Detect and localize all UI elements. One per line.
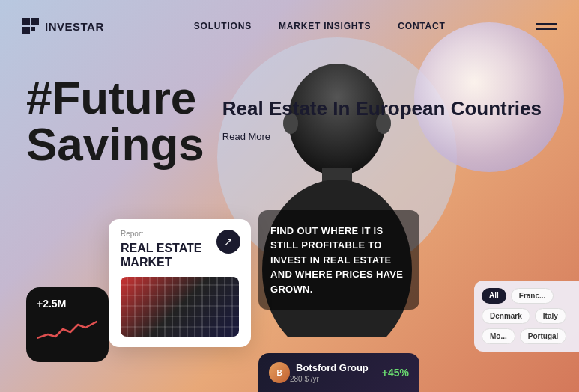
- report-card: ↗ Report REAL ESTATE MARKET: [109, 219, 251, 347]
- widget-chart: [37, 316, 97, 346]
- botsford-name: Botsford Group: [296, 362, 369, 373]
- portfolio-widget: +2.5M: [26, 287, 109, 362]
- hero-title: #Future Savings: [26, 75, 204, 168]
- botsford-row: B Botsford Group 280 $ /yr +45%: [269, 362, 409, 383]
- promo-text: FIND OUT WHERE IT IS STILL PROFITABLE TO…: [270, 224, 407, 297]
- svg-rect-3: [31, 27, 35, 31]
- logo-icon: [22, 18, 39, 34]
- tag-mo[interactable]: Mo...: [482, 328, 515, 344]
- read-more-link[interactable]: Read More: [222, 131, 542, 142]
- tag-portugal[interactable]: Portugal: [520, 328, 567, 344]
- nav-solutions[interactable]: SOLUTIONS: [194, 21, 252, 31]
- report-building-image: [121, 277, 239, 337]
- tag-denmark[interactable]: Denmark: [482, 308, 530, 324]
- botsford-percent: +45%: [382, 367, 409, 379]
- tag-france[interactable]: Franc...: [511, 288, 554, 304]
- main-nav: SOLUTIONS MARKET INSIGHTS CONTACT: [194, 21, 446, 31]
- botsford-logo: B: [269, 362, 290, 383]
- svg-rect-1: [31, 18, 39, 25]
- svg-rect-0: [22, 18, 30, 25]
- nav-contact[interactable]: CONTACT: [398, 21, 445, 31]
- building-pattern: [121, 277, 239, 337]
- real-estate-card: Real Estate In European Countries Read M…: [222, 97, 542, 142]
- botsford-subtitle: 280 $ /yr: [290, 375, 369, 383]
- logo-text: INVESTAR: [45, 20, 104, 33]
- header: INVESTAR SOLUTIONS MARKET INSIGHTS CONTA…: [0, 0, 579, 52]
- nav-market-insights[interactable]: MARKET INSIGHTS: [279, 21, 371, 31]
- hero-title-line1: #Future: [26, 75, 204, 121]
- tags-panel: All Franc... Denmark Italy Mo... Portuga…: [474, 281, 579, 352]
- widget-value: +2.5M: [37, 298, 66, 310]
- hamburger-line-1: [536, 23, 557, 25]
- promo-overlay: FIND OUT WHERE IT IS STILL PROFITABLE TO…: [258, 210, 419, 310]
- real-estate-title: Real Estate In European Countries: [222, 97, 542, 120]
- hero-title-line2: Savings: [26, 121, 204, 168]
- tag-all[interactable]: All: [482, 288, 506, 304]
- report-arrow-button[interactable]: ↗: [216, 230, 240, 254]
- logo[interactable]: INVESTAR: [22, 18, 104, 34]
- svg-rect-2: [22, 27, 30, 34]
- tag-italy[interactable]: Italy: [535, 308, 566, 324]
- hamburger-menu[interactable]: [536, 23, 557, 30]
- botsford-card: B Botsford Group 280 $ /yr +45%: [258, 353, 419, 392]
- hamburger-line-2: [536, 28, 557, 30]
